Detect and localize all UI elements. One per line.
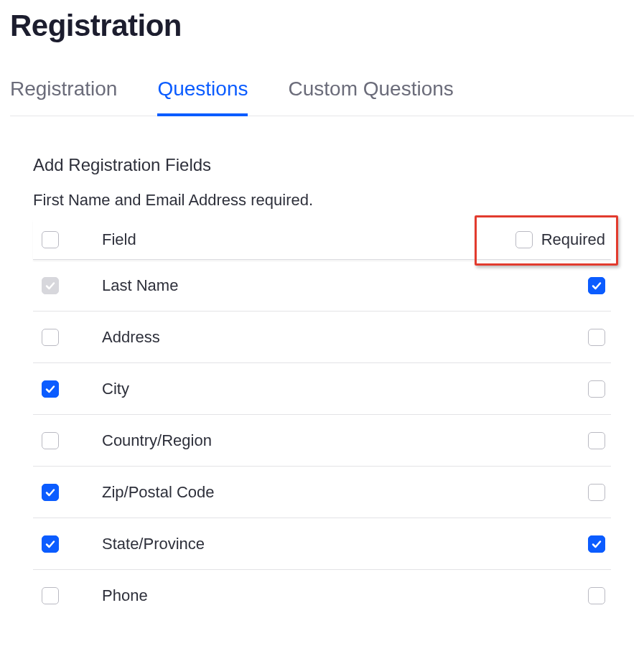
require-all-checkbox[interactable]	[515, 231, 533, 248]
field-label: Zip/Postal Code	[102, 483, 489, 502]
check-icon	[45, 487, 56, 498]
check-icon	[591, 538, 602, 550]
table-header-row: Field Required	[33, 220, 611, 260]
section-title: Add Registration Fields	[33, 155, 611, 175]
header-field-label: Field	[102, 230, 489, 249]
enable-field-checkbox[interactable]	[42, 432, 59, 449]
tabs: Registration Questions Custom Questions	[10, 78, 634, 116]
field-label: Last Name	[102, 276, 489, 295]
check-icon	[45, 538, 56, 550]
field-label: Phone	[102, 586, 489, 605]
field-label: Address	[102, 328, 489, 347]
required-checkbox[interactable]	[588, 484, 605, 501]
enable-field-checkbox	[42, 277, 59, 294]
check-icon	[591, 280, 602, 291]
required-checkbox[interactable]	[588, 587, 605, 604]
table-row: Address	[33, 312, 611, 363]
tab-questions[interactable]: Questions	[157, 78, 248, 116]
enable-field-checkbox[interactable]	[42, 587, 59, 604]
required-checkbox[interactable]	[588, 277, 605, 294]
tab-custom-questions[interactable]: Custom Questions	[288, 78, 453, 116]
table-row: City	[33, 363, 611, 415]
section-note: First Name and Email Address required.	[33, 191, 611, 210]
required-checkbox[interactable]	[588, 432, 605, 449]
table-row: Country/Region	[33, 415, 611, 467]
table-row: Zip/Postal Code	[33, 467, 611, 518]
header-required-label: Required	[541, 230, 605, 249]
questions-section: Add Registration Fields First Name and E…	[10, 155, 634, 622]
table-row: Last Name	[33, 260, 611, 312]
enable-field-checkbox[interactable]	[42, 329, 59, 346]
enable-field-checkbox[interactable]	[42, 484, 59, 501]
enable-field-checkbox[interactable]	[42, 380, 59, 398]
check-icon	[45, 280, 56, 291]
check-icon	[45, 383, 56, 395]
enable-field-checkbox[interactable]	[42, 535, 59, 553]
table-row: State/Province	[33, 518, 611, 570]
fields-table: Field Required Last Name	[33, 220, 611, 622]
required-checkbox[interactable]	[588, 329, 605, 346]
field-label: State/Province	[102, 535, 489, 553]
required-checkbox[interactable]	[588, 380, 605, 398]
field-label: City	[102, 380, 489, 398]
tab-registration[interactable]: Registration	[10, 78, 117, 116]
table-row: Phone	[33, 570, 611, 622]
field-label: Country/Region	[102, 431, 489, 450]
page-title: Registration	[10, 9, 634, 43]
required-checkbox[interactable]	[588, 535, 605, 553]
select-all-checkbox[interactable]	[42, 231, 59, 248]
